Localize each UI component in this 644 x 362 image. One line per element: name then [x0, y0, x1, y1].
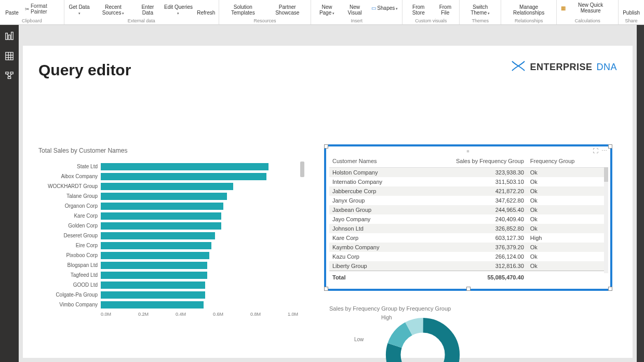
table-visual-selected[interactable]: ≡ ⛶ ⋯ Customer NamesSales by Frequency G…: [324, 144, 612, 291]
bar-category-label: Kare Corp: [38, 211, 101, 221]
bar-category-label: WOCKHARDT Group: [38, 181, 101, 191]
table-row[interactable]: Jayo Company240,409.40Ok: [329, 214, 604, 224]
new-visual-button[interactable]: New Visual: [342, 0, 368, 16]
table-row[interactable]: Kazu Corp266,124.00Ok: [329, 252, 604, 261]
bar[interactable]: [101, 203, 223, 210]
paste-button[interactable]: Paste: [2, 0, 22, 16]
table-column-header[interactable]: Customer Names: [329, 155, 414, 168]
table-cell: Jabbercube Corp: [329, 186, 414, 196]
table-row[interactable]: Internatio Company311,503.10Ok: [329, 177, 604, 186]
bar[interactable]: [101, 193, 227, 200]
shapes-button[interactable]: ▭ Shapes: [369, 0, 400, 16]
table-row[interactable]: Liberty Group312,816.30Ok: [329, 261, 604, 271]
brand-logo: ENTERPRISE DNA: [511, 60, 617, 74]
bar[interactable]: [101, 242, 211, 249]
table-row[interactable]: Jabbercube Corp421,872.20Ok: [329, 186, 604, 196]
bar[interactable]: [101, 262, 207, 269]
table-cell: Ok: [527, 214, 604, 224]
recent-sources-button[interactable]: Recent Sources: [93, 0, 133, 16]
focus-mode-icon[interactable]: ⛶: [593, 148, 598, 154]
bar[interactable]: [101, 301, 204, 309]
ribbon-group-label: External data: [128, 17, 155, 23]
bar-category-label: Talane Group: [38, 191, 101, 201]
table-cell: 603,127.30: [414, 233, 527, 243]
manage-relationships-button[interactable]: Manage Relationships: [503, 0, 554, 16]
partner-showcase-button[interactable]: Partner Showcase: [266, 0, 308, 16]
new-quick-measure-button[interactable]: ▦ New Quick Measure: [559, 0, 616, 16]
bar-row: [101, 300, 298, 310]
table-row[interactable]: Janyx Group347,622.80Ok: [329, 196, 604, 205]
table-cell: High: [527, 233, 604, 243]
table-scrollbar[interactable]: [604, 167, 608, 273]
donut-chart-visual[interactable]: Sales by Frequency Group by Frequency Gr…: [329, 305, 537, 362]
more-options-icon[interactable]: ⋯: [601, 148, 607, 154]
bar[interactable]: [101, 212, 221, 220]
ribbon-toolbar: Paste ✂ Format Painter Clipboard Get Dat…: [0, 0, 644, 25]
ribbon-group-label: Themes: [472, 17, 489, 23]
model-view-icon[interactable]: [4, 71, 15, 81]
ribbon-group-label: Relationships: [515, 17, 543, 23]
resize-handle[interactable]: [608, 144, 612, 149]
svg-rect-0: [6, 33, 8, 40]
drag-grip-icon[interactable]: ≡: [466, 149, 469, 154]
bar[interactable]: [101, 232, 215, 239]
format-painter-button[interactable]: ✂ Format Painter: [23, 2, 62, 16]
bar-row: [101, 280, 298, 290]
table-row[interactable]: Kaymbo Company376,379.20Ok: [329, 243, 604, 252]
bar-row: [101, 181, 298, 191]
resize-handle[interactable]: [608, 287, 612, 291]
bar-row: [101, 191, 298, 201]
table-cell: 421,872.20: [414, 186, 527, 196]
bar[interactable]: [101, 183, 233, 190]
table-row[interactable]: Jaxbean Group244,965.40Ok: [329, 205, 604, 214]
bar-chart-visual[interactable]: Total Sales by Customer Names State LtdA…: [38, 147, 298, 317]
svg-rect-10: [8, 77, 10, 79]
logo-text-bold: ENTERPRISE: [530, 62, 592, 73]
new-page-button[interactable]: New Page: [313, 0, 340, 16]
bar-category-label: Aibox Company: [38, 171, 101, 181]
bar[interactable]: [101, 222, 221, 230]
publish-button[interactable]: Publish: [621, 0, 642, 16]
table-row[interactable]: Johnson Ltd326,852.80Ok: [329, 224, 604, 233]
switch-theme-button[interactable]: Switch Theme: [462, 0, 499, 16]
refresh-button[interactable]: Refresh: [196, 0, 217, 16]
table-cell: Kare Corp: [329, 233, 414, 243]
bar-row: [101, 290, 298, 300]
svg-rect-1: [8, 35, 10, 39]
resize-handle[interactable]: [466, 287, 471, 291]
donut-label-low: Low: [354, 337, 364, 342]
bar-category-label: Blogspan Ltd: [38, 260, 101, 270]
edit-queries-button[interactable]: Edit Queries: [162, 0, 195, 16]
bar-chart-scrollbar[interactable]: [300, 162, 304, 177]
enter-data-button[interactable]: Enter Data: [135, 0, 161, 16]
bar[interactable]: [101, 173, 266, 180]
get-data-button[interactable]: Get Data: [66, 0, 92, 16]
bar-category-label: Golden Corp: [38, 221, 101, 231]
ribbon-group-resources: Solution Templates Partner Showcase Reso…: [219, 0, 312, 24]
table-column-header[interactable]: Frequency Group: [527, 155, 604, 168]
table-column-header[interactable]: Sales by Frequency Group: [414, 155, 527, 168]
bar-row: [101, 270, 298, 280]
bar-row: [101, 162, 298, 171]
report-view-icon[interactable]: [4, 31, 15, 42]
right-collapsed-pane[interactable]: [637, 25, 644, 362]
from-file-button[interactable]: From File: [433, 0, 457, 16]
resize-handle[interactable]: [324, 287, 328, 291]
donut-chart-title: Sales by Frequency Group by Frequency Gr…: [329, 305, 537, 312]
bar[interactable]: [101, 163, 269, 170]
solution-templates-button[interactable]: Solution Templates: [221, 0, 265, 16]
bar[interactable]: [101, 291, 205, 299]
bar[interactable]: [101, 252, 209, 259]
bar[interactable]: [101, 272, 207, 279]
report-canvas[interactable]: Query editor ENTERPRISE DNA Total Sales …: [23, 46, 633, 358]
resize-handle[interactable]: [324, 144, 328, 149]
table-row[interactable]: Kare Corp603,127.30High: [329, 233, 604, 243]
ribbon-group-label: Resources: [253, 17, 276, 23]
data-view-icon[interactable]: [4, 51, 15, 61]
dna-icon: [511, 60, 526, 74]
table-row[interactable]: Holston Company323,938.30Ok: [329, 168, 604, 178]
from-store-button[interactable]: From Store: [405, 0, 432, 16]
bar[interactable]: [101, 281, 205, 289]
svg-rect-2: [11, 32, 14, 39]
ribbon-group-calculations: ▦ New Quick Measure Calculations: [557, 0, 619, 24]
